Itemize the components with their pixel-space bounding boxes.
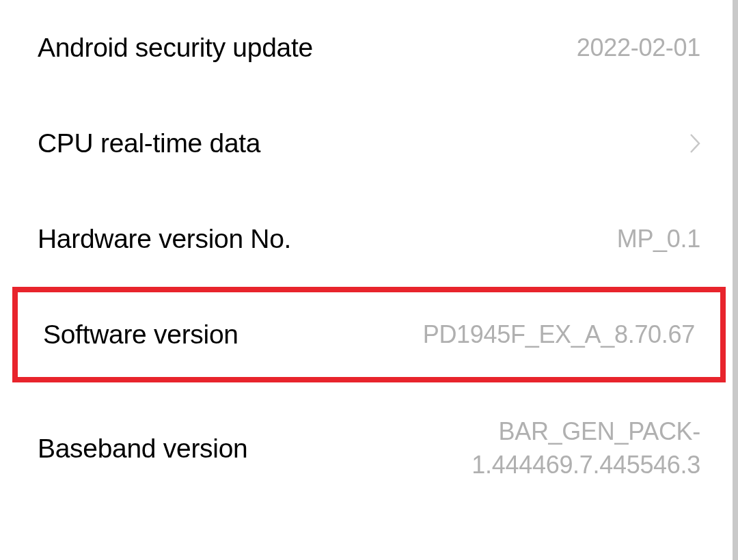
setting-label: Android security update	[38, 33, 313, 63]
setting-label: Hardware version No.	[38, 224, 291, 254]
setting-hardware-version[interactable]: Hardware version No. MP_0.1	[0, 191, 738, 287]
setting-software-version[interactable]: Software version PD1945F_EX_A_8.70.67	[12, 287, 726, 382]
setting-right	[689, 133, 700, 154]
setting-baseband-version[interactable]: Baseband version BAR_GEN_PACK-1.444469.7…	[0, 382, 738, 514]
setting-value: 2022-02-01	[577, 33, 700, 62]
settings-screen: Android security update 2022-02-01 CPU r…	[0, 0, 738, 560]
setting-value: MP_0.1	[617, 225, 700, 253]
setting-label: Baseband version	[38, 434, 247, 464]
settings-list: Android security update 2022-02-01 CPU r…	[0, 0, 738, 514]
scrollbar[interactable]	[733, 0, 738, 560]
setting-cpu-real-time-data[interactable]: CPU real-time data	[0, 96, 738, 191]
setting-value: BAR_GEN_PACK-1.444469.7.445546.3	[277, 415, 700, 481]
setting-label: CPU real-time data	[38, 128, 260, 158]
setting-value: PD1945F_EX_A_8.70.67	[423, 320, 695, 349]
chevron-right-icon	[689, 133, 700, 154]
setting-android-security-update[interactable]: Android security update 2022-02-01	[0, 0, 738, 96]
setting-label: Software version	[43, 320, 238, 350]
